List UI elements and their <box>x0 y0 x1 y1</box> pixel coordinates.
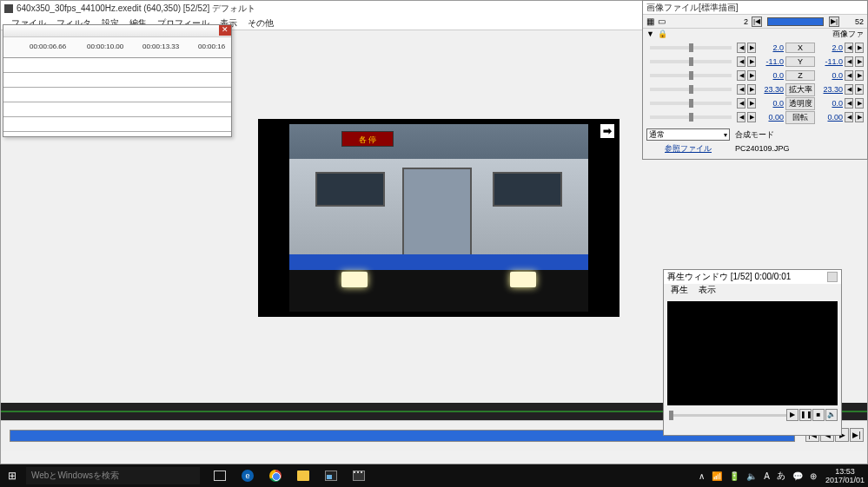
play-button[interactable]: ▶ <box>786 409 798 421</box>
timeline-track[interactable] <box>3 88 231 102</box>
value-slider[interactable] <box>650 74 732 77</box>
frame-last-button[interactable]: ▶| <box>829 16 839 27</box>
timeline-titlebar: ✕ <box>3 25 231 37</box>
start-button[interactable]: ⊞ <box>0 464 24 487</box>
decrement-button[interactable]: ◀ <box>737 70 745 81</box>
increment-button[interactable]: ▶ <box>747 70 756 81</box>
timeline-track[interactable] <box>3 117 231 132</box>
playback-track[interactable] <box>669 414 789 417</box>
increment-button[interactable]: ▶ <box>855 43 864 53</box>
tray-notify-icon[interactable]: 💬 <box>792 471 803 481</box>
movie-app-icon[interactable] <box>346 464 372 487</box>
timeline-track[interactable] <box>3 58 231 73</box>
value-left[interactable]: 2.0 <box>758 43 784 52</box>
timeline-track[interactable] <box>3 73 231 88</box>
explorer-icon[interactable] <box>290 464 316 487</box>
value-slider[interactable] <box>650 46 732 49</box>
toggle-icon[interactable]: ▦ <box>646 16 654 26</box>
tray-volume-icon[interactable]: 🔈 <box>746 471 757 481</box>
seek-last-button[interactable]: ▶| <box>850 428 864 442</box>
collapse-icon[interactable]: ▼ <box>646 30 654 38</box>
value-left[interactable]: 23.30 <box>758 85 784 94</box>
timeline-ruler[interactable]: 00:00:06.66 00:00:10.00 00:00:13.33 00:0… <box>3 37 231 58</box>
timeline-window: ✕ 00:00:06.66 00:00:10.00 00:00:13.33 00… <box>3 24 232 137</box>
increment-button[interactable]: ▶ <box>747 98 756 109</box>
decrement-button[interactable]: ◀ <box>845 98 853 109</box>
blend-mode-combo[interactable]: 通常 <box>646 128 730 141</box>
tray-overflow-icon[interactable]: ∧ <box>699 471 705 481</box>
playback-buttons: ▶ ❚❚ ■ 🔈 <box>786 409 838 421</box>
tray-battery-icon[interactable]: 🔋 <box>729 471 739 481</box>
decrement-button[interactable]: ◀ <box>845 56 853 67</box>
play-menu-view[interactable]: 表示 <box>699 284 716 296</box>
play-menu-play[interactable]: 再生 <box>671 284 688 296</box>
stop-button[interactable]: ■ <box>812 409 825 421</box>
value-left[interactable]: 0.00 <box>758 113 784 122</box>
value-right[interactable]: 0.00 <box>817 113 843 122</box>
edge-icon[interactable]: e <box>235 464 261 487</box>
tray-network-icon[interactable]: 📶 <box>712 471 722 481</box>
toggle-icon[interactable]: ▭ <box>658 16 666 26</box>
lock-icon[interactable]: 🔒 <box>658 30 667 38</box>
decrement-button[interactable]: ◀ <box>845 70 853 81</box>
decrement-button[interactable]: ◀ <box>845 43 853 53</box>
value-right[interactable]: 23.30 <box>817 85 843 94</box>
taskbar: ⊞ WebとWindowsを検索 e ∧ 📶 🔋 🔈 A あ 💬 ⊕ 13:53… <box>0 464 868 487</box>
value-left[interactable]: 0.0 <box>758 71 784 80</box>
ref-file-label[interactable]: 参照ファイル <box>646 143 730 155</box>
value-left[interactable]: -11.0 <box>758 57 784 66</box>
taskview-icon[interactable] <box>207 464 233 487</box>
increment-button[interactable]: ▶ <box>747 56 756 67</box>
increment-button[interactable]: ▶ <box>747 84 756 95</box>
property-bottom: 通常 合成モード 参照ファイル PC240109.JPG <box>643 126 867 157</box>
increment-button[interactable]: ▶ <box>855 98 864 109</box>
decrement-button[interactable]: ◀ <box>737 84 745 95</box>
frame-first-button[interactable]: |◀ <box>752 16 762 27</box>
tray-lang-icon[interactable]: あ <box>777 470 785 482</box>
task-icons: e <box>207 464 372 487</box>
property-row: ◀▶0.0透明度0.0◀▶ <box>646 96 864 110</box>
tray-ime-icon[interactable]: A <box>764 471 770 481</box>
decrement-button[interactable]: ◀ <box>737 43 745 53</box>
increment-button[interactable]: ▶ <box>747 112 756 122</box>
value-right[interactable]: 0.0 <box>817 99 843 108</box>
decrement-button[interactable]: ◀ <box>845 84 853 95</box>
photos-icon[interactable] <box>318 464 344 487</box>
value-left[interactable]: 0.0 <box>758 99 784 108</box>
value-right[interactable]: -11.0 <box>817 57 843 66</box>
value-slider[interactable] <box>650 115 732 119</box>
tray-action-icon[interactable]: ⊕ <box>810 471 817 481</box>
value-label: Z <box>785 70 815 81</box>
next-frame-button[interactable]: ➡ <box>600 124 614 138</box>
chrome-icon[interactable] <box>262 464 288 487</box>
close-icon[interactable] <box>827 272 838 282</box>
decrement-button[interactable]: ◀ <box>737 56 745 67</box>
playback-thumb[interactable] <box>669 411 673 420</box>
volume-button[interactable]: 🔈 <box>825 409 838 421</box>
decrement-button[interactable]: ◀ <box>845 112 853 122</box>
frame-bar[interactable] <box>767 17 824 26</box>
timeline-track[interactable] <box>3 102 231 117</box>
pause-button[interactable]: ❚❚ <box>799 409 812 421</box>
search-input[interactable]: WebとWindowsを検索 <box>26 467 200 484</box>
timeline-tracks[interactable] <box>3 58 231 132</box>
menu-other[interactable]: その他 <box>248 17 274 30</box>
increment-button[interactable]: ▶ <box>855 112 864 122</box>
value-slider[interactable] <box>650 102 732 105</box>
increment-button[interactable]: ▶ <box>855 56 864 67</box>
value-slider[interactable] <box>650 60 732 63</box>
blend-mode-label: 合成モード <box>735 129 774 141</box>
close-icon[interactable]: ✕ <box>219 25 231 36</box>
frame-start: 2 <box>727 17 748 26</box>
value-right[interactable]: 0.0 <box>817 71 843 80</box>
increment-button[interactable]: ▶ <box>747 43 756 53</box>
value-right[interactable]: 2.0 <box>817 43 843 52</box>
increment-button[interactable]: ▶ <box>855 84 864 95</box>
value-slider[interactable] <box>650 88 732 91</box>
system-tray: ∧ 📶 🔋 🔈 A あ 💬 ⊕ <box>693 470 822 482</box>
increment-button[interactable]: ▶ <box>855 70 864 81</box>
decor-window <box>315 172 385 207</box>
decrement-button[interactable]: ◀ <box>737 112 745 122</box>
taskbar-clock[interactable]: 13:53 2017/01/01 <box>822 467 868 484</box>
decrement-button[interactable]: ◀ <box>737 98 745 109</box>
